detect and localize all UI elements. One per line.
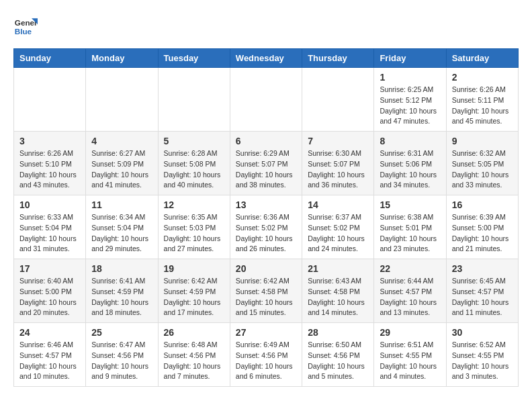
calendar-cell: 11Sunrise: 6:34 AMSunset: 5:04 PMDayligh… — [86, 195, 158, 259]
day-number: 30 — [452, 327, 513, 338]
calendar-week-row: 24Sunrise: 6:46 AMSunset: 4:57 PMDayligh… — [14, 323, 519, 387]
day-info: Sunrise: 6:39 AMSunset: 5:00 PMDaylight:… — [452, 212, 513, 255]
weekday-header: Thursday — [302, 49, 374, 68]
calendar-cell: 30Sunrise: 6:52 AMSunset: 4:55 PMDayligh… — [446, 323, 518, 387]
calendar-cell: 21Sunrise: 6:43 AMSunset: 4:58 PMDayligh… — [302, 259, 374, 323]
calendar-cell: 6Sunrise: 6:29 AMSunset: 5:07 PMDaylight… — [230, 132, 302, 195]
weekday-header: Tuesday — [158, 49, 230, 68]
calendar-cell: 26Sunrise: 6:48 AMSunset: 4:56 PMDayligh… — [158, 323, 230, 387]
svg-text:Blue: Blue — [15, 27, 32, 36]
day-info: Sunrise: 6:46 AMSunset: 4:57 PMDaylight:… — [19, 340, 80, 382]
calendar-cell: 29Sunrise: 6:51 AMSunset: 4:55 PMDayligh… — [374, 323, 446, 387]
calendar-cell: 2Sunrise: 6:26 AMSunset: 5:11 PMDaylight… — [446, 68, 518, 132]
day-number: 29 — [380, 327, 440, 338]
calendar-cell: 8Sunrise: 6:31 AMSunset: 5:06 PMDaylight… — [374, 132, 446, 195]
day-info: Sunrise: 6:35 AMSunset: 5:03 PMDaylight:… — [164, 212, 224, 255]
day-number: 6 — [236, 136, 296, 146]
day-number: 9 — [452, 136, 513, 146]
calendar-cell: 5Sunrise: 6:28 AMSunset: 5:08 PMDaylight… — [158, 132, 230, 195]
calendar-cell: 15Sunrise: 6:38 AMSunset: 5:01 PMDayligh… — [374, 195, 446, 259]
day-number: 3 — [19, 136, 80, 146]
logo-icon: General Blue — [13, 13, 38, 38]
day-number: 1 — [380, 72, 440, 83]
day-number: 2 — [452, 72, 513, 83]
day-number: 19 — [164, 263, 224, 274]
calendar-cell: 12Sunrise: 6:35 AMSunset: 5:03 PMDayligh… — [158, 195, 230, 259]
page-header: General Blue — [13, 13, 519, 38]
calendar-cell: 16Sunrise: 6:39 AMSunset: 5:00 PMDayligh… — [446, 195, 518, 259]
day-info: Sunrise: 6:32 AMSunset: 5:05 PMDaylight:… — [452, 148, 513, 191]
day-number: 20 — [236, 263, 296, 274]
day-number: 8 — [380, 136, 440, 146]
day-info: Sunrise: 6:48 AMSunset: 4:56 PMDaylight:… — [164, 340, 224, 382]
day-info: Sunrise: 6:27 AMSunset: 5:09 PMDaylight:… — [91, 148, 152, 191]
day-info: Sunrise: 6:38 AMSunset: 5:01 PMDaylight:… — [380, 212, 440, 255]
day-number: 21 — [308, 263, 368, 274]
day-info: Sunrise: 6:51 AMSunset: 4:55 PMDaylight:… — [380, 340, 440, 382]
calendar-cell — [230, 68, 302, 132]
day-info: Sunrise: 6:50 AMSunset: 4:56 PMDaylight:… — [308, 340, 368, 382]
calendar-cell: 3Sunrise: 6:26 AMSunset: 5:10 PMDaylight… — [14, 132, 86, 195]
day-info: Sunrise: 6:43 AMSunset: 4:58 PMDaylight:… — [308, 276, 368, 318]
day-info: Sunrise: 6:31 AMSunset: 5:06 PMDaylight:… — [380, 148, 440, 191]
day-number: 11 — [91, 199, 152, 210]
day-info: Sunrise: 6:28 AMSunset: 5:08 PMDaylight:… — [164, 148, 224, 191]
day-info: Sunrise: 6:47 AMSunset: 4:56 PMDaylight:… — [91, 340, 152, 382]
day-number: 28 — [308, 327, 368, 338]
day-info: Sunrise: 6:41 AMSunset: 4:59 PMDaylight:… — [91, 276, 152, 318]
calendar-cell: 4Sunrise: 6:27 AMSunset: 5:09 PMDaylight… — [86, 132, 158, 195]
calendar-cell: 25Sunrise: 6:47 AMSunset: 4:56 PMDayligh… — [86, 323, 158, 387]
calendar-cell: 10Sunrise: 6:33 AMSunset: 5:04 PMDayligh… — [14, 195, 86, 259]
day-info: Sunrise: 6:40 AMSunset: 5:00 PMDaylight:… — [19, 276, 80, 318]
logo: General Blue — [13, 13, 38, 38]
calendar-cell: 9Sunrise: 6:32 AMSunset: 5:05 PMDaylight… — [446, 132, 518, 195]
calendar-cell — [86, 68, 158, 132]
day-number: 24 — [19, 327, 80, 338]
day-number: 18 — [91, 263, 152, 274]
calendar-cell: 7Sunrise: 6:30 AMSunset: 5:07 PMDaylight… — [302, 132, 374, 195]
calendar-week-row: 17Sunrise: 6:40 AMSunset: 5:00 PMDayligh… — [14, 259, 519, 323]
day-info: Sunrise: 6:30 AMSunset: 5:07 PMDaylight:… — [308, 148, 368, 191]
weekday-header: Monday — [86, 49, 158, 68]
calendar-cell: 19Sunrise: 6:42 AMSunset: 4:59 PMDayligh… — [158, 259, 230, 323]
day-number: 15 — [380, 199, 440, 210]
weekday-header: Sunday — [14, 49, 86, 68]
calendar-cell: 22Sunrise: 6:44 AMSunset: 4:57 PMDayligh… — [374, 259, 446, 323]
calendar-cell: 14Sunrise: 6:37 AMSunset: 5:02 PMDayligh… — [302, 195, 374, 259]
day-info: Sunrise: 6:37 AMSunset: 5:02 PMDaylight:… — [308, 212, 368, 255]
calendar-week-row: 3Sunrise: 6:26 AMSunset: 5:10 PMDaylight… — [14, 132, 519, 195]
day-number: 23 — [452, 263, 513, 274]
calendar-cell: 24Sunrise: 6:46 AMSunset: 4:57 PMDayligh… — [14, 323, 86, 387]
day-info: Sunrise: 6:42 AMSunset: 4:59 PMDaylight:… — [164, 276, 224, 318]
day-number: 22 — [380, 263, 440, 274]
day-number: 17 — [19, 263, 80, 274]
calendar-cell: 23Sunrise: 6:45 AMSunset: 4:57 PMDayligh… — [446, 259, 518, 323]
day-number: 27 — [236, 327, 296, 338]
calendar-cell: 27Sunrise: 6:49 AMSunset: 4:56 PMDayligh… — [230, 323, 302, 387]
day-info: Sunrise: 6:29 AMSunset: 5:07 PMDaylight:… — [236, 148, 296, 191]
calendar-cell: 20Sunrise: 6:42 AMSunset: 4:58 PMDayligh… — [230, 259, 302, 323]
day-info: Sunrise: 6:34 AMSunset: 5:04 PMDaylight:… — [91, 212, 152, 255]
day-number: 13 — [236, 199, 296, 210]
calendar-header-row: SundayMondayTuesdayWednesdayThursdayFrid… — [14, 49, 519, 68]
calendar-cell: 18Sunrise: 6:41 AMSunset: 4:59 PMDayligh… — [86, 259, 158, 323]
day-info: Sunrise: 6:36 AMSunset: 5:02 PMDaylight:… — [236, 212, 296, 255]
day-info: Sunrise: 6:49 AMSunset: 4:56 PMDaylight:… — [236, 340, 296, 382]
day-info: Sunrise: 6:44 AMSunset: 4:57 PMDaylight:… — [380, 276, 440, 318]
weekday-header: Wednesday — [230, 49, 302, 68]
day-number: 26 — [164, 327, 224, 338]
day-info: Sunrise: 6:42 AMSunset: 4:58 PMDaylight:… — [236, 276, 296, 318]
day-number: 25 — [91, 327, 152, 338]
day-info: Sunrise: 6:33 AMSunset: 5:04 PMDaylight:… — [19, 212, 80, 255]
day-number: 16 — [452, 199, 513, 210]
calendar-cell: 17Sunrise: 6:40 AMSunset: 5:00 PMDayligh… — [14, 259, 86, 323]
calendar-cell: 28Sunrise: 6:50 AMSunset: 4:56 PMDayligh… — [302, 323, 374, 387]
day-info: Sunrise: 6:45 AMSunset: 4:57 PMDaylight:… — [452, 276, 513, 318]
calendar-week-row: 1Sunrise: 6:25 AMSunset: 5:12 PMDaylight… — [14, 68, 519, 132]
day-number: 5 — [164, 136, 224, 146]
calendar-cell: 13Sunrise: 6:36 AMSunset: 5:02 PMDayligh… — [230, 195, 302, 259]
day-info: Sunrise: 6:25 AMSunset: 5:12 PMDaylight:… — [380, 85, 440, 127]
day-number: 7 — [308, 136, 368, 146]
day-info: Sunrise: 6:52 AMSunset: 4:55 PMDaylight:… — [452, 340, 513, 382]
calendar-cell — [158, 68, 230, 132]
